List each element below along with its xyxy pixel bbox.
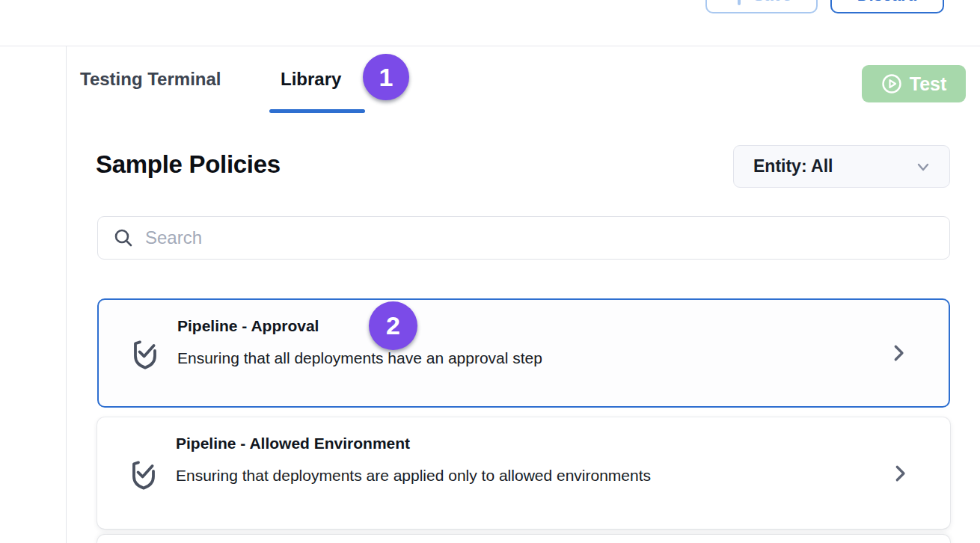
policy-title: Pipeline - Allowed Environment [176,435,651,451]
tab-library[interactable]: Library [281,69,341,90]
save-button-label: Save [753,0,791,5]
discard-button-label: Discard [857,0,918,5]
sidebar-divider [66,46,67,543]
policy-card-text: Pipeline - Approval Ensuring that all de… [177,318,542,366]
test-button-label: Test [910,73,947,95]
shield-check-icon [127,335,163,371]
page-title: Sample Policies [96,150,281,179]
policy-card-text: Pipeline - Allowed Environment Ensuring … [176,435,651,484]
policy-title: Pipeline - Approval [177,318,542,334]
policy-library-page: Save Discard Testing Terminal Library 1 … [0,0,980,543]
annotation-step-1-badge: 1 [363,54,409,100]
chevron-right-icon [889,462,911,485]
shield-check-icon [126,455,162,491]
chevron-down-icon [913,157,933,177]
active-tab-underline [269,109,365,113]
policy-description: Ensuring that all deployments have an ap… [177,349,542,366]
search-input[interactable] [145,227,934,248]
entity-filter-dropdown[interactable]: Entity: All [733,145,950,188]
annotation-step-2-badge: 2 [369,301,417,350]
save-icon [732,0,747,7]
test-button[interactable]: Test [862,65,966,102]
policy-card-pipeline-approval[interactable]: Pipeline - Approval Ensuring that all de… [97,298,950,408]
policy-description: Ensuring that deployments are applied on… [176,467,651,484]
discard-button[interactable]: Discard [830,0,944,13]
search-icon [113,227,134,248]
play-circle-icon [881,73,902,94]
policy-card-partial[interactable] [97,535,950,543]
chevron-right-icon [887,342,910,364]
policy-card-pipeline-allowed-environment[interactable]: Pipeline - Allowed Environment Ensuring … [97,417,950,529]
tab-testing-terminal[interactable]: Testing Terminal [80,69,221,90]
save-button[interactable]: Save [705,0,818,13]
search-box [97,216,950,260]
top-bar: Save Discard [0,0,980,46]
entity-filter-value: Entity: All [753,156,833,177]
